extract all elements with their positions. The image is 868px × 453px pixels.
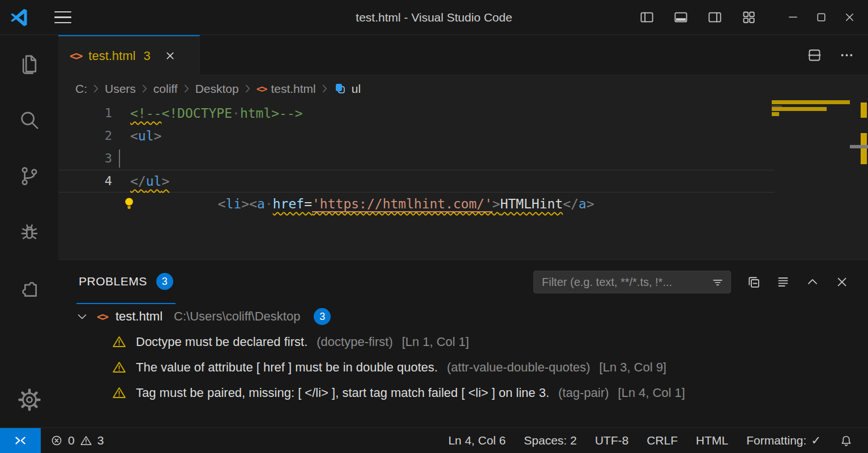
view-as-table-icon[interactable] [775, 274, 791, 290]
warning-icon [112, 385, 127, 400]
problem-location: [Ln 3, Col 9] [599, 360, 666, 375]
warning-count-icon [79, 434, 93, 447]
warning-count: 3 [97, 434, 104, 447]
code-editor: 1 <!--<!DOCTYPE·html>--> 2 <ul> 3 <li><a… [58, 102, 868, 193]
tab-problem-count: 3 [143, 49, 150, 63]
status-formatting[interactable]: Formatting: ✓ [737, 428, 830, 453]
breadcrumb-item-coliff[interactable]: coliff [153, 82, 178, 96]
breadcrumb: C: Users coliff Desktop <> test.html ul [58, 75, 868, 102]
line-number: 2 [58, 125, 112, 147]
problem-row-attr-quotes[interactable]: The value of attribute [ href ] must be … [58, 354, 868, 380]
status-indentation[interactable]: Spaces: 2 [515, 428, 585, 453]
search-icon[interactable] [0, 107, 58, 134]
file-problems-badge: 3 [314, 308, 331, 325]
line-number: 3 [58, 147, 112, 170]
status-cursor-position[interactable]: Ln 4, Col 6 [439, 428, 515, 453]
check-icon: ✓ [811, 434, 821, 447]
breadcrumb-item-drive[interactable]: C: [75, 82, 87, 96]
problem-rule: (tag-pair) [558, 386, 609, 400]
more-actions-icon[interactable] [839, 48, 854, 63]
code-line-1[interactable]: 1 <!--<!DOCTYPE·html>--> [58, 102, 775, 125]
chevron-right-icon [321, 83, 328, 94]
minimap-warning-line-3 [772, 107, 827, 111]
chevron-down-icon[interactable] [75, 310, 89, 323]
overview-ruler[interactable] [859, 102, 868, 259]
problem-message: Doctype must be declared first. [136, 335, 307, 349]
minimap[interactable] [772, 100, 851, 123]
split-editor-icon[interactable] [807, 48, 822, 63]
whitespace-dot: · [232, 106, 240, 121]
status-eol[interactable]: CRLF [638, 428, 687, 453]
toggle-panel-icon[interactable] [672, 9, 689, 26]
error-count-icon [50, 434, 63, 447]
overview-warning-mark [861, 102, 867, 118]
problem-row-doctype-first[interactable]: Doctype must be declared first. (doctype… [58, 329, 868, 354]
html-file-icon: <> [97, 310, 108, 323]
toggle-secondary-sidebar-icon[interactable] [706, 9, 723, 26]
tab-label: test.html [88, 49, 135, 63]
problem-row-tag-pair[interactable]: Tag must be paired, missing: [ </li> ], … [58, 380, 868, 405]
problems-file-name: test.html [116, 309, 163, 324]
problems-panel: PROBLEMS 3 [58, 259, 868, 428]
problem-message: Tag must be paired, missing: [ </li> ], … [136, 386, 549, 400]
code-line-2[interactable]: 2 <ul> [58, 125, 775, 147]
problem-location: [Ln 1, Col 1] [402, 335, 469, 349]
maximize-panel-icon[interactable] [805, 274, 820, 290]
vscode-logo-icon [9, 7, 29, 28]
maximize-icon[interactable] [813, 9, 829, 26]
collapse-all-icon[interactable] [746, 274, 762, 290]
status-bar: 0 3 Ln 4, Col 6 Spaces: 2 UTF-8 CRLF HTM… [0, 428, 868, 453]
warning-icon [112, 334, 127, 349]
extensions-icon[interactable] [0, 276, 58, 303]
minimize-icon[interactable] [784, 9, 801, 26]
html-file-icon: <> [256, 83, 267, 95]
problem-rule: (attr-value-double-quotes) [447, 360, 590, 375]
tab-problems[interactable]: PROBLEMS 3 [76, 260, 176, 304]
menu-icon[interactable] [51, 8, 75, 27]
notifications-bell-icon[interactable] [830, 428, 862, 453]
status-language-mode[interactable]: HTML [687, 428, 737, 453]
tab-strip: <> test.html 3 [58, 35, 868, 75]
chevron-right-icon [92, 83, 100, 94]
customize-layout-icon[interactable] [740, 9, 757, 26]
url-link[interactable]: 'https://htmlhint.com/' [312, 196, 493, 212]
remote-indicator[interactable] [0, 428, 41, 453]
code-line-4-current[interactable]: 4 </ul> [58, 170, 775, 193]
problems-filter[interactable] [533, 271, 731, 293]
settings-gear-icon[interactable] [0, 386, 58, 413]
title-bar: test.html - Visual Studio Code [0, 0, 868, 35]
error-count: 0 [68, 434, 75, 447]
whitespace-dot: · [265, 196, 273, 211]
tab-test-html[interactable]: <> test.html 3 [58, 35, 200, 75]
minimap-warning-line-4 [772, 112, 779, 116]
line-number: 1 [58, 102, 112, 125]
close-panel-icon[interactable] [834, 274, 850, 290]
line-number-active: 4 [58, 170, 112, 192]
status-encoding[interactable]: UTF-8 [586, 428, 638, 453]
overview-current-line-mark [850, 145, 868, 148]
warning-icon [112, 360, 127, 375]
breadcrumb-item-symbol-ul[interactable]: ul [333, 82, 361, 96]
filter-input[interactable] [542, 276, 711, 289]
filter-icon[interactable] [711, 275, 725, 289]
breadcrumb-item-users[interactable]: Users [105, 82, 136, 96]
breadcrumb-item-desktop[interactable]: Desktop [195, 82, 239, 96]
activity-bar [0, 35, 58, 428]
run-debug-icon[interactable] [0, 219, 58, 246]
close-window-icon[interactable] [841, 9, 858, 26]
lightbulb-icon[interactable] [122, 150, 200, 257]
code-line-3[interactable]: 3 <li><a·href='https://htmlhint.com/'>HT… [58, 147, 775, 170]
problems-file-path: C:\Users\coliff\Desktop [174, 309, 300, 324]
toggle-primary-sidebar-icon[interactable] [638, 9, 655, 26]
html-file-icon: <> [70, 49, 82, 63]
source-control-icon[interactable] [0, 163, 58, 190]
status-problems[interactable]: 0 3 [41, 428, 113, 453]
overview-warning-mark [861, 133, 867, 164]
problems-file-row[interactable]: <> test.html C:\Users\coliff\Desktop 3 [58, 304, 868, 329]
explorer-icon[interactable] [0, 50, 58, 78]
close-tab-icon[interactable] [162, 48, 178, 64]
problem-message: The value of attribute [ href ] must be … [136, 360, 438, 375]
chevron-right-icon [244, 83, 251, 94]
breadcrumb-item-file[interactable]: <> test.html [256, 82, 316, 96]
panel-header: PROBLEMS 3 [58, 260, 868, 304]
